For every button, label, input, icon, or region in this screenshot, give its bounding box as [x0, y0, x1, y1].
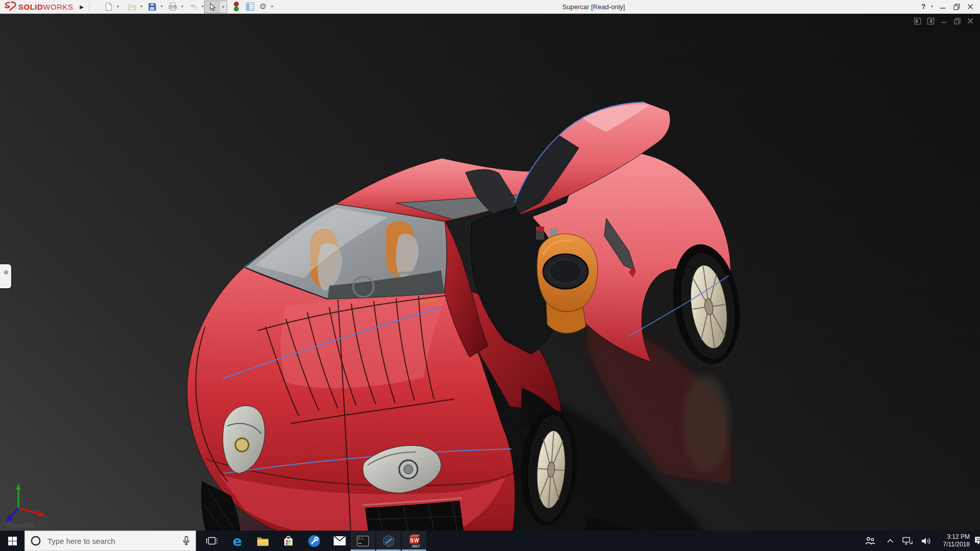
solidworks-app-window: SOLIDWORKS ▶ ▾ ▾	[0, 0, 980, 551]
network-button[interactable]	[899, 531, 916, 551]
graphics-viewport[interactable]: *Dimetric	[0, 13, 980, 531]
list-pane-button[interactable]	[244, 1, 256, 13]
undo-button[interactable]	[187, 1, 199, 13]
cmd-label: C:\	[358, 537, 364, 540]
titlebar: SOLIDWORKS ▶ ▾ ▾	[0, 0, 980, 14]
select-cursor-icon	[208, 3, 216, 12]
start-button[interactable]	[0, 531, 24, 551]
restore-button[interactable]	[950, 0, 963, 13]
action-center-button[interactable]: 3	[971, 531, 980, 551]
settings-dropdown[interactable]: ▾	[270, 1, 275, 13]
people-icon	[865, 537, 875, 545]
command-prompt-button[interactable]: C:\	[351, 531, 375, 551]
doc-minimize-icon[interactable]	[939, 16, 948, 26]
new-document-icon	[104, 2, 113, 11]
store-button[interactable]	[276, 531, 301, 551]
undo-icon	[188, 2, 198, 11]
save-icon	[148, 2, 157, 11]
taskbar-search[interactable]	[24, 531, 196, 551]
feature-tree-flyout-tab[interactable]	[0, 264, 11, 288]
document-window-controls	[913, 16, 975, 26]
hood-highlight	[281, 292, 447, 388]
chevron-up-icon	[887, 538, 894, 543]
new-document-button[interactable]	[102, 1, 114, 13]
taskbar-clock[interactable]: 3:12 PM 7/11/2018	[937, 531, 970, 551]
volume-button[interactable]	[918, 531, 935, 551]
orientation-label: *Dimetric	[4, 521, 35, 530]
print-dropdown[interactable]: ▾	[180, 1, 185, 13]
mail-button[interactable]	[327, 531, 352, 551]
minimize-icon	[940, 4, 946, 10]
solidworks-2017-icon: SW 2017	[407, 534, 421, 548]
sw-letters: SW	[410, 537, 420, 543]
windows-logo-icon	[8, 537, 17, 545]
microphone-icon[interactable]	[182, 536, 190, 546]
close-button[interactable]	[964, 0, 977, 13]
stoplight-button[interactable]	[231, 1, 242, 13]
speaker-icon	[921, 537, 932, 545]
taskbar: e	[0, 531, 980, 551]
window-title: Supercar [Read-only]	[562, 0, 625, 13]
new-document-dropdown[interactable]: ▾	[115, 1, 120, 13]
sw-year: 2017	[412, 544, 420, 547]
select-tool-group: ▾	[204, 1, 227, 13]
file-explorer-icon	[256, 535, 270, 546]
orientation-triad	[6, 484, 46, 522]
command-prompt-icon: C:\	[357, 536, 369, 546]
task-view-icon	[206, 536, 217, 546]
save-button[interactable]	[146, 1, 158, 13]
file-explorer-button[interactable]	[251, 531, 275, 551]
clock-date: 7/11/2018	[943, 541, 970, 548]
doc-window-icon-1[interactable]	[913, 16, 922, 26]
edge-icon: e	[233, 534, 242, 548]
select-tool-dropdown[interactable]: ▾	[219, 1, 227, 13]
toolbar-separator	[89, 2, 89, 12]
task-view-button[interactable]	[200, 531, 224, 551]
mail-icon	[333, 536, 346, 546]
save-dropdown[interactable]: ▾	[159, 1, 164, 13]
open-button[interactable]	[126, 1, 138, 13]
cortana-icon[interactable]	[30, 535, 41, 546]
open-icon	[127, 2, 137, 11]
doc-close-icon[interactable]	[966, 16, 975, 26]
stoplight-icon	[233, 2, 239, 12]
help-dropdown[interactable]: ▾	[929, 0, 935, 13]
car-3d-model	[0, 13, 980, 531]
list-pane-icon	[246, 2, 255, 11]
wrench-tool-button[interactable]	[302, 531, 326, 551]
menu-flyout-arrow[interactable]: ▶	[78, 0, 86, 13]
select-tool-button[interactable]	[205, 1, 219, 13]
solidworks-2017-button[interactable]: SW 2017	[402, 531, 426, 551]
solidworks-logo: SOLIDWORKS	[4, 0, 74, 13]
wrench-tool-icon	[308, 535, 321, 547]
open-dropdown[interactable]: ▾	[139, 1, 144, 13]
flyout-tab-dot	[4, 270, 8, 274]
print-icon	[168, 2, 178, 11]
restore-icon	[953, 4, 960, 10]
people-button[interactable]	[862, 531, 879, 551]
doc-window-icon-2[interactable]	[926, 16, 935, 26]
help-button[interactable]: ?	[919, 0, 928, 13]
network-icon	[902, 537, 913, 545]
close-icon	[967, 4, 973, 10]
print-button[interactable]	[166, 1, 179, 13]
tray-overflow-button[interactable]	[883, 531, 897, 551]
settings-button[interactable]: ⚙	[257, 1, 268, 13]
clock-time: 3:12 PM	[947, 533, 970, 541]
hexagon-app-button[interactable]	[376, 531, 401, 551]
minimize-button[interactable]	[936, 0, 949, 13]
settings-gear-icon: ⚙	[259, 3, 266, 11]
brand-text: SOLIDWORKS	[18, 3, 74, 11]
search-input[interactable]	[46, 536, 182, 546]
microsoft-store-icon	[282, 535, 295, 547]
hexagon-app-icon	[382, 535, 395, 547]
solidworks-3ds-glyph	[4, 2, 17, 12]
edge-button[interactable]: e	[225, 531, 250, 551]
doc-restore-icon[interactable]	[952, 16, 962, 26]
